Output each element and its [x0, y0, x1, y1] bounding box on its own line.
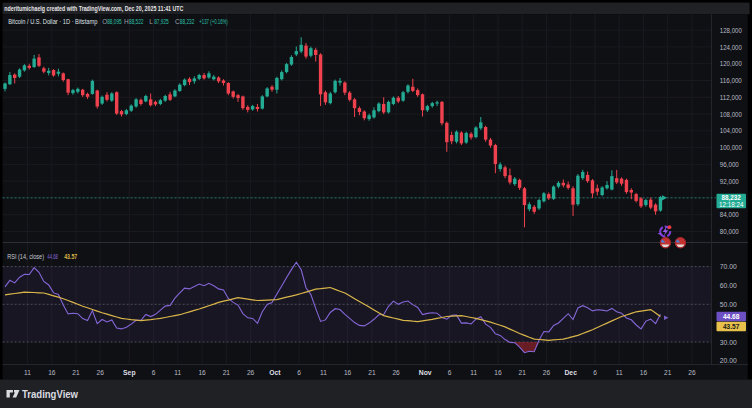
svg-text:Nov: Nov: [419, 369, 432, 376]
svg-text:21: 21: [223, 369, 231, 376]
svg-text:21: 21: [368, 369, 376, 376]
svg-text:120,000: 120,000: [720, 60, 742, 67]
svg-text:88,095: 88,095: [107, 18, 122, 25]
svg-text:6: 6: [448, 369, 452, 376]
svg-text:124,000: 124,000: [720, 44, 742, 51]
svg-text:L: L: [149, 18, 153, 25]
svg-text:26: 26: [543, 369, 551, 376]
svg-text:104,000: 104,000: [720, 127, 742, 134]
svg-text:16: 16: [494, 369, 502, 376]
svg-text:21: 21: [72, 369, 80, 376]
svg-text:108,000: 108,000: [720, 111, 742, 118]
svg-text:RSI (14, close): RSI (14, close): [7, 253, 44, 261]
svg-text:Bitcoin / U.S. Dollar · 1D · B: Bitcoin / U.S. Dollar · 1D · Bitstamp: [8, 18, 97, 26]
svg-text:16: 16: [48, 369, 56, 376]
svg-text:+137 (+0.16%): +137 (+0.16%): [199, 18, 228, 26]
svg-text:6: 6: [297, 369, 301, 376]
svg-text:50.00: 50.00: [720, 301, 737, 308]
svg-text:Oct: Oct: [269, 369, 281, 376]
svg-text:96,000: 96,000: [720, 161, 739, 168]
svg-text:87,925: 87,925: [154, 18, 169, 25]
svg-text:20.00: 20.00: [720, 357, 737, 364]
svg-text:80,000: 80,000: [720, 228, 739, 235]
svg-text:26: 26: [688, 369, 696, 376]
svg-text:44.68: 44.68: [723, 313, 740, 320]
svg-text:43.57: 43.57: [64, 253, 77, 260]
svg-text:70.00: 70.00: [720, 263, 737, 270]
svg-text:6: 6: [593, 369, 597, 376]
svg-text:11: 11: [616, 369, 623, 376]
svg-text:84,000: 84,000: [720, 211, 739, 218]
svg-text:100,000: 100,000: [720, 144, 742, 151]
svg-text:30.00: 30.00: [720, 339, 737, 346]
svg-text:128,000: 128,000: [720, 27, 742, 34]
svg-text:Dec: Dec: [564, 369, 577, 376]
svg-text:26: 26: [247, 369, 255, 376]
svg-text:26: 26: [97, 369, 105, 376]
svg-text:88,522: 88,522: [129, 18, 144, 25]
svg-text:26: 26: [392, 369, 400, 376]
svg-text:112,000: 112,000: [720, 94, 742, 101]
svg-text:nderitumichaelg created with T: nderitumichaelg created with TradingView…: [4, 5, 183, 13]
svg-text:6: 6: [152, 369, 156, 376]
svg-text:43.57: 43.57: [723, 323, 740, 330]
svg-text:12:18:24: 12:18:24: [719, 201, 744, 208]
svg-text:44.68: 44.68: [47, 253, 58, 260]
svg-text:88,232: 88,232: [180, 18, 195, 25]
svg-text:TradingView: TradingView: [22, 388, 78, 400]
svg-text:16: 16: [198, 369, 206, 376]
svg-text:11: 11: [320, 369, 327, 376]
svg-text:21: 21: [664, 369, 672, 376]
svg-text:11: 11: [24, 369, 31, 376]
svg-text:11: 11: [174, 369, 181, 376]
svg-text:16: 16: [640, 369, 648, 376]
svg-text:11: 11: [470, 369, 477, 376]
svg-text:16: 16: [344, 369, 352, 376]
svg-text:Sep: Sep: [123, 369, 135, 377]
svg-text:60.00: 60.00: [720, 282, 737, 289]
svg-text:21: 21: [519, 369, 527, 376]
svg-text:116,000: 116,000: [720, 77, 742, 84]
svg-text:92,000: 92,000: [720, 178, 739, 185]
